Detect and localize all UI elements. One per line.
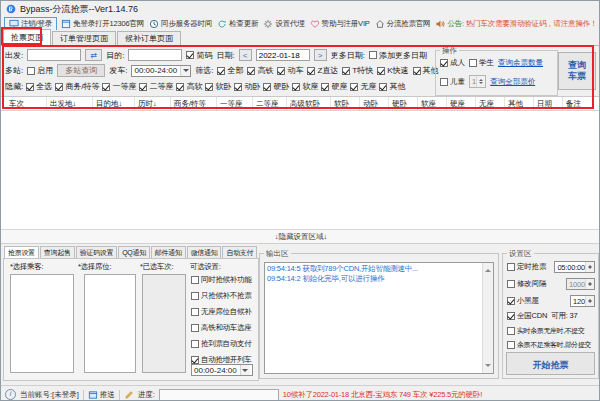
tab-waitlist-orders[interactable]: 候补订单页面 [117, 31, 181, 45]
column-header[interactable]: 一等座 [217, 97, 253, 110]
blackroom-input[interactable]: 120 [570, 295, 595, 307]
push-button[interactable]: 推送 [88, 390, 115, 400]
column-header[interactable]: 无座 [476, 97, 505, 110]
checkbox-adult[interactable]: 成人 [440, 58, 465, 68]
timed-grab-time-input[interactable]: 05:00:00 [554, 261, 595, 273]
child-count-spinner[interactable]: 1 [469, 75, 486, 88]
checkbox-first-class[interactable]: 一等座 [102, 81, 136, 92]
checkbox-other-seat[interactable]: 其他 [379, 81, 405, 92]
date-input[interactable] [256, 49, 310, 61]
checkbox-hard-sleeper[interactable]: 硬卧 [263, 81, 289, 92]
seats-label: *选择席位: [78, 262, 111, 272]
tab-order-management[interactable]: 订单管理页面 [52, 31, 116, 45]
next-date-button[interactable]: > [314, 49, 327, 61]
date-label: 日期: [216, 50, 234, 61]
column-header[interactable]: 商务/特等 [171, 97, 217, 110]
checkbox-student[interactable]: 学生 [469, 58, 494, 68]
cdn-available-count: 可用: 37 [551, 311, 577, 321]
checkbox-grab-waitlist-too[interactable]: 同时抢候补功能 [191, 275, 251, 285]
spinner-arrows-icon[interactable] [476, 76, 485, 87]
check-update-button[interactable]: 检查更新 [216, 18, 259, 30]
column-header[interactable]: 历时↓ [135, 97, 171, 110]
column-header[interactable]: 备注 [563, 97, 591, 110]
checkbox-waitlist-only[interactable]: 只抢候补不抢票 [191, 291, 251, 301]
column-header[interactable]: 目的地↓ [93, 97, 135, 110]
query-tickets-button[interactable]: 查询车票 [558, 52, 596, 90]
checkbox-second-class[interactable]: 二等座 [139, 81, 173, 92]
selected-trains-listbox[interactable] [142, 274, 186, 373]
checkbox-national-cdn[interactable]: 全国CDN [507, 311, 547, 321]
output-log[interactable]: 09:54:14:5 获取到789个CDN,开始智能测速中...09:54:14… [264, 262, 494, 374]
push-label: 推送 [100, 390, 115, 400]
checkbox-soft-seat[interactable]: 软座 [292, 81, 318, 92]
checkbox-gd-seat-selection[interactable]: 高铁和动车选座 [191, 323, 251, 333]
checkbox-label: 小黑屋 [517, 296, 539, 306]
passenger-listbox[interactable] [10, 274, 74, 373]
interval-input[interactable]: 1000 [566, 278, 595, 290]
checkbox-label: 无座席位自候补 [201, 307, 251, 317]
column-header[interactable]: 车次 [1, 97, 47, 110]
toolbar-item-label: 检查更新 [229, 19, 258, 29]
column-header[interactable]: 硬座 [447, 97, 476, 110]
spinner-arrows-icon[interactable] [585, 262, 594, 272]
column-header[interactable]: 软座 [418, 97, 447, 110]
checkbox-no-standing-submit[interactable]: 实时余票无座时,不提交 [507, 326, 585, 336]
column-header[interactable]: 动卧 [360, 97, 389, 110]
checkbox-G-train[interactable]: 高铁 [247, 65, 273, 76]
start-grabbing-button[interactable]: 开始抢票 [506, 352, 595, 375]
column-header[interactable]: 硬卧 [389, 97, 418, 110]
seat-listbox[interactable] [84, 274, 136, 373]
column-header[interactable]: 其他 [505, 97, 534, 110]
checkbox-all[interactable]: 全部 [217, 65, 243, 76]
checkbox-T-train[interactable]: T特快 [342, 65, 373, 76]
checkbox-label: 商务/特等 [65, 81, 99, 92]
checkbox-modify-interval[interactable]: 修改间隔 [507, 279, 546, 289]
from-input[interactable] [27, 49, 81, 61]
checkbox-motor-sleeper[interactable]: 动卧 [234, 81, 260, 92]
checkbox-business[interactable]: 商务/特等 [55, 81, 99, 92]
spinner-arrows-icon[interactable] [585, 279, 594, 289]
checkbox-add-more-dates[interactable]: 添加更多日期 [369, 50, 427, 61]
tab-grab-page[interactable]: 抢票页面 [3, 29, 51, 45]
checkbox-Z-train[interactable]: Z直达 [307, 65, 338, 76]
prev-date-button[interactable]: < [239, 49, 252, 61]
to-input[interactable] [128, 49, 182, 61]
checkbox-soft-sleeper[interactable]: 软卧 [205, 81, 231, 92]
checkbox-child[interactable]: 儿童 [440, 77, 465, 87]
collapse-settings-bar[interactable]: ↓隐藏设置区域↓ [1, 229, 600, 244]
column-header[interactable]: 软卧 [331, 97, 360, 110]
set-proxy-button[interactable]: 设置代理 [262, 18, 305, 30]
column-header[interactable]: 日期 [534, 97, 563, 110]
query-remaining-link[interactable]: 查询余票数量 [498, 58, 543, 68]
checkbox-K-train[interactable]: K快速 [377, 65, 408, 76]
push-icon [88, 390, 98, 400]
checkbox-standing-auto-waitlist[interactable]: 无座席位自候补 [191, 307, 251, 317]
sync-server-time-button[interactable]: 同步服务器时间 [148, 18, 213, 30]
grab-time-range-select[interactable]: 00:00-24:00 [191, 364, 253, 376]
checkbox-box [191, 292, 199, 300]
checkbox-select-all[interactable]: 全选 [26, 81, 52, 92]
depart-time-select[interactable]: 00:00-24:00 [131, 65, 191, 77]
checkbox-hard-seat[interactable]: 硬座 [321, 81, 347, 92]
checkbox-simple-code[interactable]: 简码 [186, 50, 212, 61]
multi-station-query-button[interactable]: 多站查询 [57, 64, 105, 77]
checkbox-blackroom[interactable]: 小黑屋 [507, 296, 539, 306]
checkbox-D-train[interactable]: 动车 [277, 65, 303, 76]
column-header[interactable]: 二等座 [253, 97, 287, 110]
checkbox-timed-grab[interactable]: 定时抢票 [507, 262, 546, 272]
swap-stations-button[interactable]: ⇄ [85, 49, 102, 61]
spinner-arrows-icon[interactable] [585, 296, 594, 306]
open-12306-button[interactable]: 免登录打开12306官网 [60, 18, 145, 30]
checkbox-auto-pay-on-success[interactable]: 抢到票自动支付 [191, 339, 251, 349]
checkbox-premium-soft[interactable]: 高软 [176, 81, 202, 92]
official-site-button[interactable]: 分流抢票官网 [374, 18, 432, 30]
checkbox-partial-submit[interactable]: 余票不足乘客时,部分提交 [507, 340, 591, 350]
checkbox-box [342, 67, 350, 75]
sponsor-vip-button[interactable]: 赞助与注册VIP [309, 18, 371, 30]
column-header[interactable]: 高级软卧 [287, 97, 331, 110]
scrollbar[interactable] [482, 263, 493, 373]
query-all-prices-link[interactable]: 查询全部票价 [490, 77, 535, 87]
checkbox-standing[interactable]: 无座 [350, 81, 376, 92]
checkbox-enable-multi[interactable]: 启用 [27, 65, 53, 76]
column-header[interactable]: 出发地↓ [47, 97, 93, 110]
